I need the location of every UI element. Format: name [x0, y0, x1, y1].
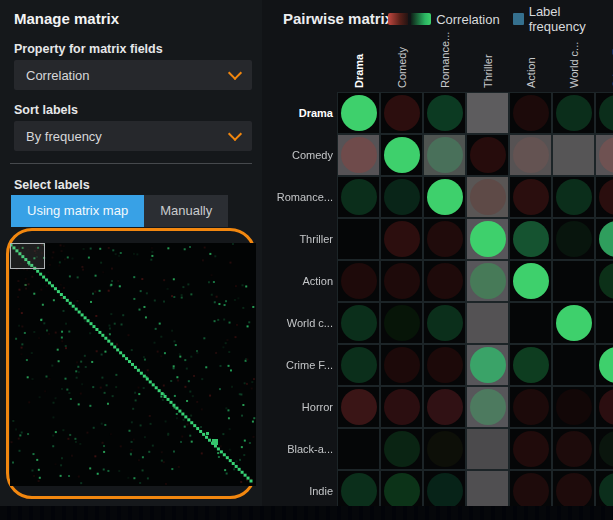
matrix-cell[interactable] [510, 177, 551, 217]
matrix-cell[interactable] [338, 345, 379, 385]
matrix-cell[interactable] [510, 303, 551, 343]
matrix-cell[interactable] [596, 387, 613, 427]
app-window: Manage matrix Property for matrix fields… [0, 0, 613, 520]
correlation-dot [341, 305, 377, 341]
tab-manually[interactable]: Manually [144, 195, 228, 227]
matrix-cell[interactable] [338, 429, 379, 469]
matrix-cell[interactable] [596, 261, 613, 301]
matrix-cell[interactable] [596, 219, 613, 259]
matrix-cell[interactable] [553, 177, 594, 217]
matrix-cell[interactable] [510, 387, 551, 427]
matrix-cell[interactable] [596, 135, 613, 175]
matrix-cell[interactable] [553, 387, 594, 427]
matrix-cell[interactable] [467, 219, 508, 259]
matrix-cell[interactable] [381, 303, 422, 343]
matrix-cell[interactable] [381, 93, 422, 133]
row-label: Thriller [240, 232, 333, 246]
matrix-cell[interactable] [338, 303, 379, 343]
matrix-cell[interactable] [381, 345, 422, 385]
matrix-cell[interactable] [596, 93, 613, 133]
correlation-dot [599, 179, 613, 215]
sort-dropdown[interactable]: By frequency [14, 121, 252, 151]
matrix-cell[interactable] [424, 177, 465, 217]
matrix-cell[interactable] [553, 471, 594, 506]
matrix-cell[interactable] [381, 177, 422, 217]
matrix-cell[interactable] [424, 135, 465, 175]
matrix-cell[interactable] [424, 303, 465, 343]
matrix-cell[interactable] [510, 345, 551, 385]
matrix-cell[interactable] [467, 93, 508, 133]
matrix-cell[interactable] [338, 135, 379, 175]
matrix-cell[interactable] [467, 387, 508, 427]
matrix-cell[interactable] [553, 261, 594, 301]
matrix-cell[interactable] [510, 219, 551, 259]
matrix-map[interactable] [10, 243, 256, 486]
correlation-dot [427, 431, 463, 467]
matrix-cell[interactable] [467, 177, 508, 217]
matrix-cell[interactable] [467, 135, 508, 175]
matrix-cell[interactable] [467, 261, 508, 301]
matrix-cell[interactable] [424, 429, 465, 469]
correlation-dot [427, 179, 463, 215]
matrix-cell[interactable] [338, 177, 379, 217]
matrix-cell[interactable] [424, 387, 465, 427]
property-dropdown[interactable]: Correlation [14, 60, 252, 90]
matrix-cell[interactable] [467, 471, 508, 506]
matrix-cell[interactable] [381, 471, 422, 506]
matrix-cell[interactable] [338, 219, 379, 259]
correlation-dot [599, 263, 613, 299]
matrix-cell[interactable] [338, 261, 379, 301]
matrix-cell[interactable] [596, 303, 613, 343]
matrix-cell[interactable] [338, 471, 379, 506]
row-label: Drama [240, 106, 333, 120]
map-selection-handle[interactable] [10, 243, 45, 269]
correlation-dot [384, 431, 420, 467]
matrix-cell[interactable] [596, 177, 613, 217]
correlation-dot [599, 347, 613, 383]
matrix-cell[interactable] [424, 345, 465, 385]
correlation-dot [341, 389, 377, 425]
matrix-cell[interactable] [381, 135, 422, 175]
row-label: Action [240, 274, 333, 288]
matrix-cell[interactable] [338, 93, 379, 133]
correlation-dot [427, 221, 463, 257]
matrix-cell[interactable] [467, 303, 508, 343]
matrix-cell[interactable] [553, 219, 594, 259]
pairwise-matrix-title: Pairwise matrix [283, 10, 393, 27]
correlation-positive-gradient-swatch [411, 13, 431, 25]
matrix-cell[interactable] [510, 135, 551, 175]
correlation-dot [513, 95, 549, 131]
matrix-cell[interactable] [596, 471, 613, 506]
matrix-cell[interactable] [553, 135, 594, 175]
matrix-cell[interactable] [381, 219, 422, 259]
matrix-cell[interactable] [510, 429, 551, 469]
matrix-cell[interactable] [553, 429, 594, 469]
matrix-cell[interactable] [338, 387, 379, 427]
matrix-cell[interactable] [596, 429, 613, 469]
correlation-dot [341, 263, 377, 299]
row-label: World c... [240, 316, 333, 330]
matrix-cell[interactable] [424, 219, 465, 259]
matrix-cell[interactable] [467, 345, 508, 385]
matrix-cell[interactable] [553, 345, 594, 385]
legend: Correlation Label frequency [388, 11, 613, 27]
tab-using-matrix-map[interactable]: Using matrix map [11, 195, 144, 227]
correlation-dot [341, 95, 377, 131]
matrix-cell[interactable] [381, 261, 422, 301]
matrix-cell[interactable] [467, 429, 508, 469]
matrix-cell[interactable] [381, 429, 422, 469]
matrix-cell[interactable] [553, 303, 594, 343]
matrix-cell[interactable] [381, 387, 422, 427]
matrix-cell[interactable] [510, 93, 551, 133]
correlation-dot [384, 305, 420, 341]
correlation-dot [470, 347, 506, 383]
select-labels-tabs: Using matrix mapManually [11, 195, 228, 227]
matrix-cell[interactable] [510, 261, 551, 301]
matrix-cell[interactable] [424, 261, 465, 301]
matrix-cell[interactable] [553, 93, 594, 133]
correlation-dot [427, 389, 463, 425]
matrix-cell[interactable] [510, 471, 551, 506]
matrix-cell[interactable] [596, 345, 613, 385]
matrix-cell[interactable] [424, 471, 465, 506]
matrix-cell[interactable] [424, 93, 465, 133]
